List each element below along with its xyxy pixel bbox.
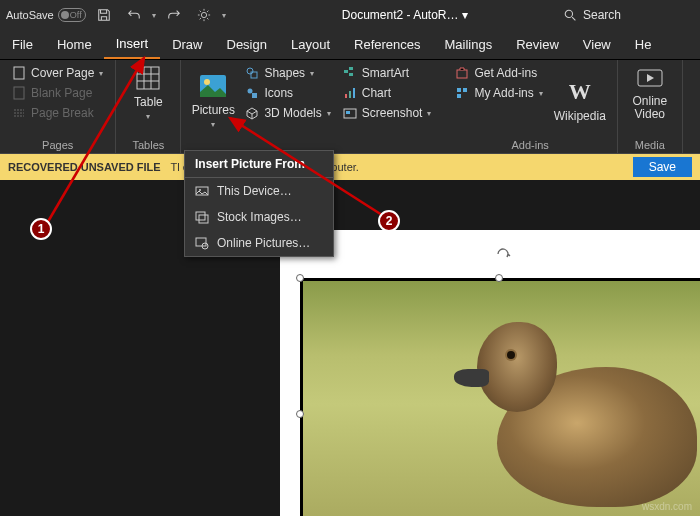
page-break-button[interactable]: Page Break [8,104,107,122]
svg-rect-12 [349,67,353,70]
3d-models-label: 3D Models [264,106,321,120]
page-icon [12,66,26,80]
svg-rect-2 [14,67,24,79]
dropdown-online-pictures[interactable]: Online Pictures… [185,230,333,256]
redo-icon[interactable] [162,3,186,27]
3d-models-button[interactable]: 3D Models▾ [241,104,334,122]
menu-home[interactable]: Home [45,30,104,59]
resize-handle-ml[interactable] [296,410,304,418]
menu-view[interactable]: View [571,30,623,59]
my-addins-button[interactable]: My Add-ins▾ [451,84,546,102]
document-page[interactable] [280,230,700,516]
document-area [0,180,700,516]
menu-draw[interactable]: Draw [160,30,214,59]
group-label-media: Media [626,137,674,151]
annotation-marker-1: 1 [30,218,52,240]
dropdown-header: Insert Picture From [185,151,333,178]
menu-help[interactable]: He [623,30,664,59]
svg-point-6 [204,79,210,85]
svg-rect-19 [457,70,467,78]
search-box[interactable]: Search [564,8,694,22]
svg-rect-22 [457,94,461,98]
smartart-label: SmartArt [362,66,409,80]
menu-references[interactable]: References [342,30,432,59]
chart-label: Chart [362,86,391,100]
smartart-icon [343,66,357,80]
svg-rect-3 [14,87,24,99]
group-addins: Get Add-ins My Add-ins▾ W Wikipedia Add-… [443,60,617,153]
group-pages: Cover Page▾ Blank Page Page Break Pages [0,60,116,153]
screenshot-button[interactable]: Screenshot▾ [339,104,436,122]
svg-point-1 [565,10,572,17]
smartart-button[interactable]: SmartArt [339,64,436,82]
toggle-icon[interactable]: Off [58,8,86,22]
undo-caret-icon[interactable]: ▾ [152,11,156,20]
save-button[interactable]: Save [633,157,692,177]
ribbon: Cover Page▾ Blank Page Page Break Pages … [0,60,700,154]
svg-rect-15 [349,91,351,98]
autosave-toggle[interactable]: AutoSave Off [6,8,86,22]
screenshot-label: Screenshot [362,106,423,120]
dropdown-this-device[interactable]: This Device… [185,178,333,204]
menu-review[interactable]: Review [504,30,571,59]
qat-caret-icon[interactable]: ▾ [222,11,226,20]
shapes-button[interactable]: Shapes▾ [241,64,334,82]
undo-icon[interactable] [122,3,146,27]
svg-point-0 [201,12,206,17]
dropdown-item-label: This Device… [217,184,292,198]
recovery-infobar: RECOVERED UNSAVED FILE Tl emporarily sto… [0,154,700,180]
table-button[interactable]: Table ▾ [124,64,172,121]
video-label: OnlineVideo [632,95,667,121]
document-title[interactable]: Document2 - AutoR… ▾ [252,8,558,22]
svg-rect-11 [344,70,348,73]
video-icon [636,64,664,92]
resize-handle-tl[interactable] [296,274,304,282]
dropdown-item-label: Online Pictures… [217,236,310,250]
dropdown-item-label: Stock Images… [217,210,302,224]
get-addins-button[interactable]: Get Add-ins [451,64,546,82]
group-illustrations: Pictures ▾ Shapes▾ Icons 3D Models▾ [181,60,443,153]
chart-icon [343,86,357,100]
svg-rect-13 [349,73,353,76]
pictures-label: Pictures [192,103,235,117]
search-icon [564,9,577,22]
online-video-button[interactable]: OnlineVideo [626,64,674,121]
wikipedia-label: Wikipedia [554,109,606,123]
svg-rect-16 [353,88,355,98]
brightness-icon[interactable] [192,3,216,27]
pictures-dropdown: Insert Picture From This Device… Stock I… [184,150,334,257]
shapes-label: Shapes [264,66,305,80]
svg-rect-26 [196,212,205,220]
blank-page-button[interactable]: Blank Page [8,84,107,102]
inserted-image[interactable] [300,278,700,516]
rotate-handle-icon[interactable] [495,246,511,262]
save-icon[interactable] [92,3,116,27]
pictures-button[interactable]: Pictures ▾ [189,64,237,137]
menu-layout[interactable]: Layout [279,30,342,59]
cube-icon [245,106,259,120]
menu-design[interactable]: Design [215,30,279,59]
svg-rect-28 [196,238,206,246]
svg-rect-14 [345,94,347,98]
group-tables: Table ▾ Tables [116,60,181,153]
svg-rect-27 [199,215,208,223]
device-icon [195,184,209,198]
svg-rect-4 [137,67,159,89]
cover-page-button[interactable]: Cover Page▾ [8,64,107,82]
svg-rect-21 [463,88,467,92]
chart-button[interactable]: Chart [339,84,436,102]
menu-mailings[interactable]: Mailings [433,30,505,59]
page-break-label: Page Break [31,106,94,120]
search-placeholder: Search [583,8,621,22]
menu-insert[interactable]: Insert [104,30,161,59]
infobar-label: RECOVERED UNSAVED FILE [8,161,161,173]
title-bar: AutoSave Off ▾ ▾ Document2 - AutoR… ▾ Se… [0,0,700,30]
wikipedia-button[interactable]: W Wikipedia [551,64,609,137]
svg-rect-20 [457,88,461,92]
menu-file[interactable]: File [0,30,45,59]
dropdown-stock-images[interactable]: Stock Images… [185,204,333,230]
icons-label: Icons [264,86,293,100]
resize-handle-tm[interactable] [495,274,503,282]
group-label-tables: Tables [124,137,172,151]
icons-button[interactable]: Icons [241,84,334,102]
